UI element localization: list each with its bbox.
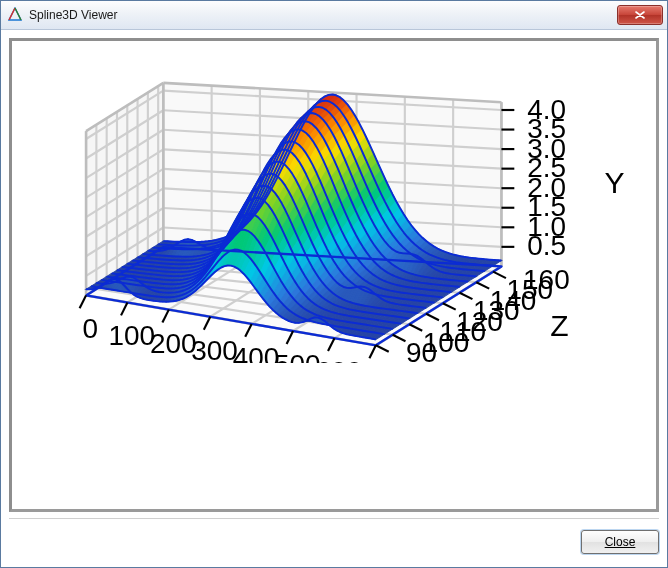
svg-line-1449: [393, 335, 406, 341]
svg-line-1451: [409, 324, 422, 330]
spline3d-chart[interactable]: 0.51.01.52.02.53.03.54.0Y010020030040050…: [12, 41, 656, 363]
svg-line-1432: [121, 303, 127, 316]
close-button[interactable]: Close: [581, 530, 659, 554]
svg-line-1442: [328, 338, 334, 351]
svg-text:Y: Y: [604, 166, 624, 199]
svg-text:4.0: 4.0: [527, 94, 566, 125]
svg-line-1453: [426, 314, 439, 320]
svg-text:100: 100: [108, 320, 155, 351]
window-close-button[interactable]: [617, 5, 663, 25]
window-frame: Spline3D Viewer 0.51.01.52.02.53.03.54.0…: [0, 0, 668, 568]
svg-text:600: 600: [315, 356, 362, 363]
svg-text:400: 400: [233, 342, 280, 363]
svg-text:Z: Z: [550, 309, 568, 342]
svg-text:160: 160: [523, 264, 570, 295]
svg-marker-1: [9, 8, 15, 20]
svg-text:200: 200: [150, 328, 197, 359]
svg-line-1455: [443, 303, 456, 309]
svg-text:0: 0: [83, 313, 99, 344]
svg-text:300: 300: [191, 335, 238, 363]
client-area: 0.51.01.52.02.53.03.54.0Y010020030040050…: [1, 30, 667, 567]
svg-line-1461: [493, 272, 506, 278]
svg-marker-0: [9, 8, 21, 20]
svg-line-1440: [287, 331, 293, 344]
svg-line-1457: [460, 293, 473, 299]
svg-text:500: 500: [274, 349, 321, 363]
svg-line-1459: [476, 282, 489, 288]
svg-line-1434: [162, 310, 168, 323]
svg-line-1436: [204, 317, 210, 330]
svg-line-1444: [369, 345, 375, 358]
app-icon: [7, 7, 23, 23]
window-title: Spline3D Viewer: [29, 8, 617, 22]
chart-panel: 0.51.01.52.02.53.03.54.0Y010020030040050…: [9, 38, 659, 512]
svg-marker-2: [15, 8, 21, 20]
svg-line-1447: [376, 345, 389, 351]
svg-line-1438: [245, 324, 251, 337]
button-row: Close: [9, 518, 659, 559]
titlebar[interactable]: Spline3D Viewer: [1, 1, 667, 30]
svg-line-1430: [80, 295, 86, 308]
